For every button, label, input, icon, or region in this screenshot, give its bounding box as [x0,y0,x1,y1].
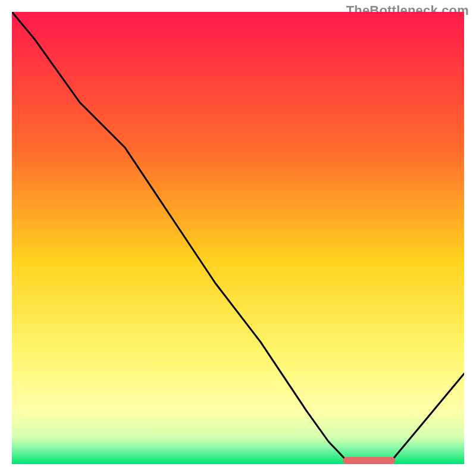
plot-area [12,12,464,464]
bottleneck-chart: TheBottleneck.com [0,0,476,476]
gradient-background [12,12,464,464]
chart-svg [12,12,464,464]
